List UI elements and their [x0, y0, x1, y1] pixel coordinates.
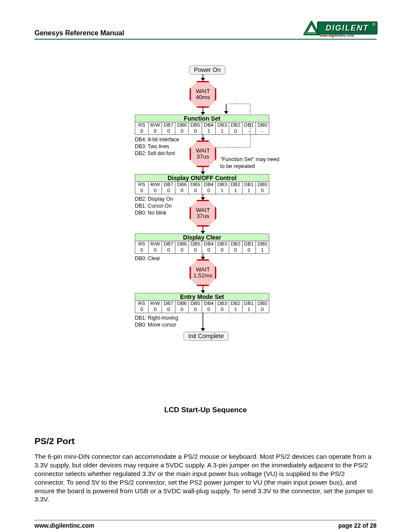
bit-header-cell: DB0	[256, 301, 269, 307]
svg-marker-7	[224, 111, 228, 114]
bit-header-cell: DB7	[162, 241, 175, 247]
svg-marker-3	[201, 78, 205, 81]
bit-value-cell: 0	[149, 307, 162, 313]
bit-header-cell: R/W	[149, 182, 162, 188]
bit-value-cell: 0	[135, 188, 149, 194]
note-line: DB2: 5x8 dot font	[135, 150, 179, 157]
logo-text: DIGILENT	[326, 24, 369, 33]
bit-header-cell: DB1	[243, 241, 256, 247]
note-line: DB3: Two lines	[135, 143, 179, 150]
arrow-down-icon	[200, 313, 206, 332]
bit-header-cell: DB1	[243, 301, 256, 307]
bit-header-cell: DB2	[229, 301, 243, 307]
bit-value-cell: 1	[202, 128, 215, 134]
stage-display-onoff: Display ON/OFF Control RSR/WDB7DB6DB5DB4…	[135, 174, 269, 194]
bit-value-cell: 1	[216, 188, 229, 194]
bit-header-cell: RS	[135, 241, 149, 247]
bit-header-cell: RS	[135, 122, 149, 128]
footer-page: page 22 of 28	[338, 522, 377, 529]
note-line: DB1: Cursor On	[135, 202, 173, 209]
bit-value-cell: 0	[202, 188, 215, 194]
bit-value-cell: 0	[216, 307, 229, 313]
flowchart: Power On WAIT40ms Function Set RSR/WDB7D…	[132, 65, 279, 401]
stage-notes: DB1: Right-movingDB0: Move cursor	[135, 314, 178, 328]
bit-value-cell: 1	[229, 307, 243, 313]
bit-value-cell: 0	[135, 307, 149, 313]
footer-rule	[34, 520, 377, 520]
bit-value-cell: 0	[162, 188, 175, 194]
bit-header-row: RSR/WDB7DB6DB5DB4DB3DB2DB1DB0	[135, 122, 269, 128]
bit-value-cell: 1	[243, 188, 256, 194]
bit-header-cell: DB0	[256, 122, 269, 128]
bit-header-cell: DB1	[243, 122, 256, 128]
bit-value-cell: 0	[189, 247, 202, 253]
bit-value-cell: 1	[216, 128, 229, 134]
doc-title: Genesys Reference Manual	[34, 29, 124, 37]
bit-header-cell: DB2	[229, 182, 243, 188]
bit-header-cell: DB0	[256, 241, 269, 247]
bit-header-cell: DB1	[243, 182, 256, 188]
bit-value-cell: -	[256, 128, 269, 134]
note-line: DB0: Move cursor	[135, 321, 178, 328]
header-rule	[34, 39, 377, 40]
bit-header-cell: DB5	[189, 122, 202, 128]
bit-header-cell: DB2	[229, 122, 243, 128]
bit-header-cell: DB4	[202, 122, 215, 128]
bit-value-cell: 0	[189, 188, 202, 194]
bit-header-cell: DB7	[162, 182, 175, 188]
registered-icon: ®	[372, 22, 375, 27]
footer-url: www.digilentinc.com	[34, 522, 94, 529]
stage-function-set: Function Set RSR/WDB7DB6DB5DB4DB3DB2DB1D…	[135, 115, 269, 135]
side-note: "Function Set" may need to be repeated	[220, 156, 280, 170]
arrow-down-icon	[200, 166, 206, 175]
bit-header-cell: DB5	[189, 301, 202, 307]
bit-value-cell: 0	[162, 247, 175, 253]
body-paragraph: The 6-pin mini-DIN connector can accommo…	[34, 452, 377, 504]
bit-header-cell: DB5	[189, 182, 202, 188]
bit-value-cell: 0	[189, 307, 202, 313]
bit-header-cell: DB3	[216, 301, 229, 307]
bit-value-cell: 0	[162, 307, 175, 313]
bit-value-cell: 0	[149, 247, 162, 253]
note-line: DB4: 8-bit interface	[135, 136, 179, 143]
page-header: Genesys Reference Manual DIGILENT ® www.…	[34, 22, 377, 37]
bit-value-cell: 0	[202, 307, 215, 313]
figure-caption: LCD Start-Up Sequence	[34, 406, 377, 414]
wait-node: WAIT1.52ms	[190, 259, 215, 285]
note-line: DB0: Clear	[135, 255, 160, 262]
node-init-complete: Init Complete	[184, 332, 228, 341]
arrow-down-icon	[200, 226, 206, 234]
bit-value-cell: 1	[243, 307, 256, 313]
bit-header-cell: DB4	[202, 301, 215, 307]
bit-value-row: 00000110--	[135, 128, 269, 135]
bit-header-cell: R/W	[149, 301, 162, 307]
svg-marker-21	[201, 328, 205, 331]
document-page: Genesys Reference Manual DIGILENT ® www.…	[0, 0, 411, 532]
note-line: DB2: Display On	[135, 196, 173, 202]
bit-header-cell: RS	[135, 182, 149, 188]
arrow-down-icon	[200, 285, 206, 294]
bit-header-cell: DB7	[162, 122, 175, 128]
wait-node: WAIT37us	[190, 140, 215, 166]
digilent-logo: DIGILENT ® www.digilentinc.com	[303, 22, 377, 37]
bit-header-cell: DB4	[202, 241, 215, 247]
bit-header-cell: DB7	[162, 301, 175, 307]
bit-header-cell: DB4	[202, 182, 215, 188]
bit-header-cell: DB6	[175, 241, 189, 247]
stage-notes: DB4: 8-bit interfaceDB3: Two linesDB2: 5…	[135, 136, 179, 157]
wait-node: WAIT40ms	[190, 81, 215, 107]
bit-header-cell: DB6	[175, 122, 189, 128]
bit-header-cell: DB3	[216, 182, 229, 188]
bit-value-cell: 0	[135, 128, 149, 134]
bit-value-cell: 0	[256, 307, 269, 313]
bit-header-cell: DB6	[175, 301, 189, 307]
bit-value-cell: 0	[149, 128, 162, 134]
bit-value-cell: 0	[189, 128, 202, 134]
bit-header-cell: DB3	[216, 122, 229, 128]
bit-header-cell: R/W	[149, 241, 162, 247]
bit-value-cell: 0	[149, 188, 162, 194]
bit-value-cell: 0	[229, 128, 243, 134]
bit-value-cell: 1	[256, 247, 269, 253]
bit-header-cell: DB6	[175, 182, 189, 188]
bit-value-cell: 0	[175, 307, 189, 313]
